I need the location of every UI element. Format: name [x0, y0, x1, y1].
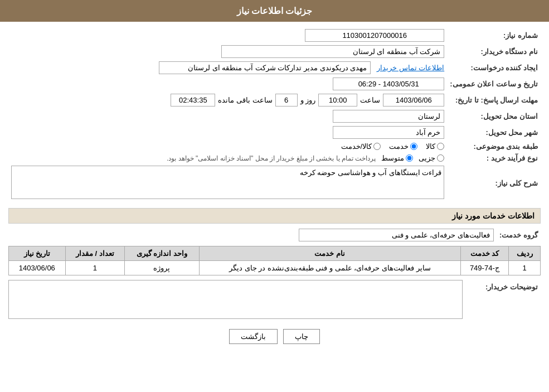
process-radio2[interactable] [406, 154, 413, 162]
response-date-input[interactable] [383, 94, 444, 107]
province-label: استان محل تحویل: [447, 108, 541, 124]
print-button[interactable]: چاپ [283, 329, 320, 344]
services-table-head: ردیف کد خدمت نام خدمت واحد اندازه گیری ت… [9, 246, 541, 261]
page-wrapper: جزئیات اطلاعات نیاز شماره نیاز: نام دستگ… [0, 0, 549, 392]
process-option1[interactable]: جزیی [419, 154, 444, 162]
response-deadline-label: مهلت ارسال پاسخ: تا تاریخ: [447, 92, 541, 108]
response-day-label: روز و [300, 96, 316, 104]
creator-input[interactable] [159, 61, 371, 74]
service-group-table: گروه خدمت: [8, 227, 541, 243]
response-deadline-row: مهلت ارسال پاسخ: تا تاریخ: ساعت روز و سا… [8, 92, 541, 108]
row-unit: پروژه [124, 261, 199, 275]
announce-date-value [8, 76, 447, 92]
need-number-input[interactable] [305, 29, 444, 42]
service-group-input[interactable] [299, 229, 494, 241]
subject-row: طبقه بندی موضوعی: کالا خدمت [8, 141, 541, 152]
description-row: شرح کلی نیاز: // Will be populated after… [8, 164, 541, 202]
col-row: ردیف [509, 246, 541, 261]
response-days-input[interactable] [275, 94, 298, 107]
process-radio1[interactable] [437, 154, 444, 162]
back-button[interactable]: بازگشت [229, 329, 278, 344]
buyer-org-row: نام دستگاه خریدار: [8, 43, 541, 60]
need-number-row: شماره نیاز: [8, 27, 541, 43]
services-table-body: 1 ج-74-749 سایر فعالیت‌های حرفه‌ای، علمی… [9, 261, 541, 275]
response-time-label: ساعت [360, 96, 380, 104]
subject-option2-label: خدمت [389, 142, 409, 151]
province-input[interactable] [333, 110, 444, 123]
response-remaining-label: ساعت باقی مانده [218, 96, 272, 104]
service-group-row: گروه خدمت: [8, 227, 541, 243]
row-quantity: 1 [65, 261, 124, 275]
response-time-input[interactable] [318, 94, 357, 107]
process-option2-label: متوسط [381, 154, 404, 162]
description-label: شرح کلی نیاز: [447, 164, 541, 202]
process-options: جزیی متوسط پرداخت تمام یا بخشی از مبلغ خ… [8, 152, 447, 164]
announce-date-input[interactable] [333, 78, 444, 90]
subject-radio1[interactable] [437, 143, 444, 150]
subject-radio2[interactable] [410, 143, 417, 150]
creator-label: ایجاد کننده درخواست: [447, 60, 541, 76]
announce-date-label: تاریخ و ساعت اعلان عمومی: [447, 76, 541, 92]
buyer-org-value [8, 43, 447, 60]
buyer-notes-label: توضیحات خریدار: [463, 283, 541, 291]
services-table: ردیف کد خدمت نام خدمت واحد اندازه گیری ت… [8, 246, 541, 275]
subject-option1[interactable]: کالا [426, 142, 444, 151]
province-row: استان محل تحویل: [8, 108, 541, 124]
col-quantity: تعداد / مقدار [65, 246, 124, 261]
buyer-notes-textarea[interactable] [8, 280, 463, 319]
process-label: نوع فرآیند خرید : [447, 152, 541, 164]
services-section-header: اطلاعات خدمات مورد نیاز [8, 208, 541, 224]
description-value: // Will be populated after DOM [8, 164, 447, 202]
need-number-label: شماره نیاز: [447, 27, 541, 43]
col-code: کد خدمت [460, 246, 508, 261]
row-service-name: سایر فعالیت‌های حرفه‌ای، علمی و فنی طبقه… [199, 261, 460, 275]
buyer-notes-container [8, 280, 463, 321]
row-code: ج-74-749 [460, 261, 508, 275]
table-row: 1 ج-74-749 سایر فعالیت‌های حرفه‌ای، علمی… [9, 261, 541, 275]
buyer-org-label: نام دستگاه خریدار: [447, 43, 541, 60]
subject-label: طبقه بندی موضوعی: [447, 141, 541, 152]
form-table: شماره نیاز: نام دستگاه خریدار: ایجاد کنن… [8, 27, 541, 202]
process-option1-label: جزیی [419, 154, 435, 162]
row-date: 1403/06/06 [9, 261, 66, 275]
subject-option3-label: کالا/خدمت [341, 142, 372, 151]
creator-link[interactable]: اطلاعات تماس خریدار [377, 64, 444, 72]
col-date: تاریخ نیاز [9, 246, 66, 261]
subject-option1-label: کالا [426, 142, 435, 151]
page-header: جزئیات اطلاعات نیاز [0, 0, 549, 22]
content-area: شماره نیاز: نام دستگاه خریدار: ایجاد کنن… [0, 22, 549, 350]
city-label: شهر محل تحویل: [447, 124, 541, 141]
response-remaining-input[interactable] [171, 94, 215, 107]
creator-value: اطلاعات تماس خریدار [8, 60, 447, 76]
subject-radio3[interactable] [373, 143, 381, 150]
row-number: 1 [509, 261, 541, 275]
col-name: نام خدمت [199, 246, 460, 261]
subject-option3[interactable]: کالا/خدمت [341, 142, 381, 151]
city-value [8, 124, 447, 141]
service-group-label: گروه خدمت: [497, 227, 541, 243]
subject-options: کالا خدمت کالا/خدمت [8, 141, 447, 152]
col-unit: واحد اندازه گیری [124, 246, 199, 261]
buyer-notes-section: توضیحات خریدار: [8, 280, 541, 321]
need-number-value [8, 27, 447, 43]
announce-date-row: تاریخ و ساعت اعلان عمومی: [8, 76, 541, 92]
city-row: شهر محل تحویل: [8, 124, 541, 141]
creator-row: ایجاد کننده درخواست: اطلاعات تماس خریدار [8, 60, 541, 76]
province-value [8, 108, 447, 124]
services-header-row: ردیف کد خدمت نام خدمت واحد اندازه گیری ت… [9, 246, 541, 261]
response-deadline-value: ساعت روز و ساعت باقی مانده [8, 92, 447, 108]
city-input[interactable] [333, 126, 444, 139]
description-textarea[interactable] [11, 166, 444, 199]
page-title: جزئیات اطلاعات نیاز [237, 6, 313, 16]
process-option2[interactable]: متوسط [381, 154, 413, 162]
process-row: نوع فرآیند خرید : جزیی متوسط پرداخت تمام… [8, 152, 541, 164]
description-container: // Will be populated after DOM [11, 166, 444, 201]
subject-option2[interactable]: خدمت [389, 142, 417, 151]
footer-buttons: چاپ بازگشت [8, 329, 541, 344]
buyer-org-input[interactable] [221, 45, 444, 58]
service-group-value [8, 227, 497, 243]
process-option3-text: پرداخت تمام یا بخشی از مبلغ خریدار از مح… [167, 154, 376, 162]
